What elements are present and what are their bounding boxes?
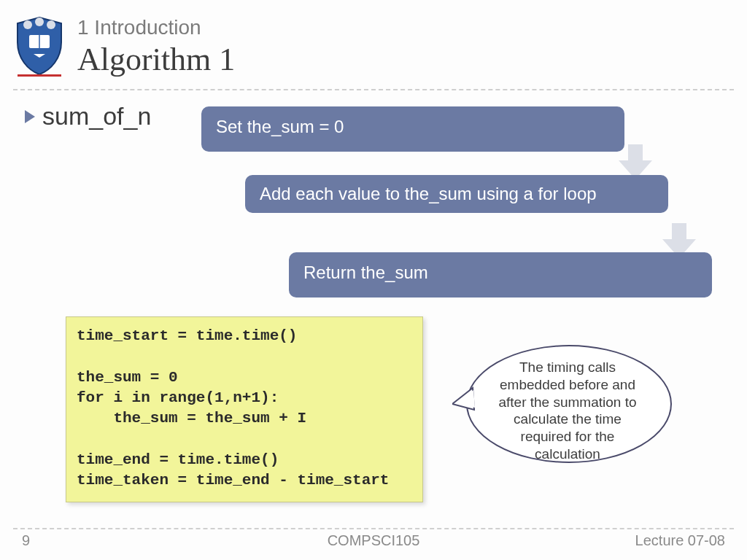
footer: 9 COMPSCI105 Lecture 07-08 xyxy=(0,532,747,553)
svg-marker-7 xyxy=(619,144,652,179)
bullet-icon xyxy=(25,110,35,123)
step-2: Add each value to the_sum using a for lo… xyxy=(245,175,668,213)
title-block: 1 Introduction Algorithm 1 xyxy=(77,16,235,78)
step-3: Return the_sum xyxy=(289,252,712,298)
step-1: Set the_sum = 0 xyxy=(201,106,624,152)
header: 1 Introduction Algorithm 1 xyxy=(13,13,235,78)
bullet-text: sum_of_n xyxy=(42,102,151,131)
page-title: Algorithm 1 xyxy=(77,41,235,78)
svg-point-3 xyxy=(23,20,32,29)
svg-point-4 xyxy=(35,18,44,26)
code-block: time_start = time.time() the_sum = 0 for… xyxy=(66,316,423,502)
slide: 1 Introduction Algorithm 1 sum_of_n Set … xyxy=(0,0,747,560)
bullet-row: sum_of_n xyxy=(25,102,151,131)
divider-top xyxy=(13,89,734,90)
university-logo xyxy=(13,13,66,77)
callout-text: The timing calls embedded before and aft… xyxy=(487,359,648,463)
section-label: 1 Introduction xyxy=(77,16,235,39)
svg-rect-6 xyxy=(18,74,61,77)
divider-bottom xyxy=(13,528,734,529)
footer-right: Lecture 07-08 xyxy=(635,532,725,549)
svg-point-5 xyxy=(47,20,55,29)
callout-bubble: The timing calls embedded before and aft… xyxy=(452,337,671,468)
